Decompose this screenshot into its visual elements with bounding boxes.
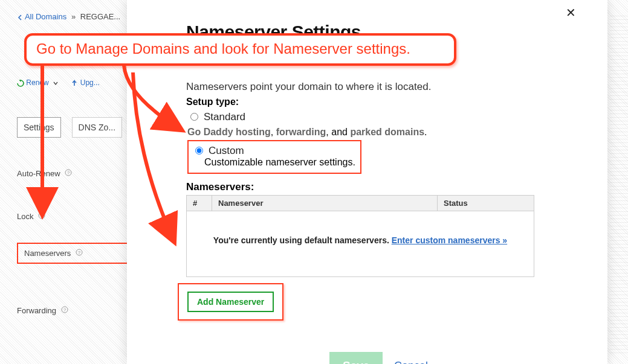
sidebar-item-lock[interactable]: Lock ?	[17, 209, 138, 223]
modal-footer: Save Cancel	[186, 352, 571, 364]
radio-standard-desc: Go Daddy hosting, forwarding, and parked…	[187, 127, 571, 138]
sidebar-item-auto-renew[interactable]: Auto-Renew ?	[17, 167, 138, 180]
upgrade-icon	[71, 80, 78, 87]
radio-custom-desc: Customizable nameserver settings.	[204, 157, 355, 168]
breadcrumb-domain: REGGAE...	[80, 12, 120, 21]
radio-custom-highlight-box: Custom Customizable nameserver settings.	[187, 140, 361, 174]
svg-text:?: ?	[67, 170, 70, 176]
table-header-row: # Nameserver Status	[187, 196, 534, 211]
sidebar-item-nameservers[interactable]: Nameservers ?	[17, 243, 138, 264]
save-button[interactable]: Save	[329, 352, 383, 364]
right-obscured-strip	[610, 15, 628, 353]
add-nameserver-highlight-box: Add Nameserver	[178, 283, 283, 321]
radio-custom-label: Custom	[209, 145, 244, 157]
sidebar-item-label: Lock	[17, 212, 33, 221]
nameservers-section-label: Nameservers:	[186, 181, 571, 193]
sidebar-item-label: Auto-Renew	[17, 169, 60, 178]
enter-custom-nameservers-link[interactable]: Enter custom nameservers »	[392, 235, 507, 245]
radio-custom-input[interactable]	[195, 147, 203, 155]
radio-standard-label: Standard	[204, 111, 245, 123]
renew-icon	[17, 80, 24, 87]
modal-info-text: Nameservers point your domain to where i…	[186, 81, 571, 93]
table-row: You're currently using default nameserve…	[187, 211, 534, 277]
upgrade-link[interactable]: Upg...	[80, 78, 100, 87]
default-ns-message: You're currently using default nameserve…	[213, 235, 392, 245]
svg-text:?: ?	[63, 307, 66, 313]
desc-part: .	[424, 127, 427, 137]
th-number: #	[187, 196, 212, 211]
add-nameserver-button[interactable]: Add Nameserver	[187, 292, 274, 312]
sidebar-item-forwarding[interactable]: Forwarding ?	[17, 304, 138, 318]
close-button[interactable]: ✕	[562, 5, 580, 21]
breadcrumb-all-domains[interactable]: All Domains	[25, 12, 66, 21]
help-icon[interactable]: ?	[38, 212, 45, 219]
help-icon[interactable]: ?	[61, 306, 68, 313]
desc-part: ,	[271, 127, 276, 137]
desc-part: , and	[326, 127, 350, 137]
radio-standard-input[interactable]	[190, 113, 198, 121]
tab-settings[interactable]: Settings	[17, 117, 61, 138]
renew-link[interactable]: Renew	[26, 78, 48, 87]
sidebar-tabs: Settings DNS Zo...	[17, 117, 138, 138]
sidebar-item-label: Nameservers	[24, 249, 71, 258]
breadcrumb-separator: »	[71, 12, 76, 21]
th-status: Status	[438, 196, 534, 211]
svg-text:?: ?	[40, 213, 44, 219]
desc-part: forwarding	[276, 127, 326, 137]
help-icon[interactable]: ?	[65, 169, 72, 176]
cancel-link[interactable]: Cancel	[394, 360, 428, 364]
desc-part: Go Daddy hosting	[187, 127, 271, 137]
domain-actions: Renew Upg...	[17, 78, 138, 87]
tab-dns-zone[interactable]: DNS Zo...	[72, 117, 122, 138]
breadcrumb: All Domains » REGGAE...	[17, 12, 138, 21]
radio-custom[interactable]: Custom	[192, 145, 355, 157]
radio-standard[interactable]: Standard	[187, 111, 571, 123]
sidebar-item-label: Forwarding	[17, 306, 56, 315]
desc-part: parked domains	[350, 127, 424, 137]
instruction-callout: Go to Manage Domains and look for Namese…	[24, 33, 456, 66]
renew-caret-icon[interactable]	[53, 81, 58, 86]
th-nameserver: Nameserver	[212, 196, 438, 211]
help-icon[interactable]: ?	[76, 249, 83, 256]
nameservers-table: # Nameserver Status You're currently usi…	[186, 195, 534, 277]
back-icon	[17, 14, 23, 21]
default-ns-message-cell: You're currently using default nameserve…	[187, 211, 534, 277]
svg-text:?: ?	[78, 250, 81, 255]
setup-type-label: Setup type:	[186, 97, 571, 107]
setup-type-group: Standard Go Daddy hosting, forwarding, a…	[187, 111, 571, 174]
